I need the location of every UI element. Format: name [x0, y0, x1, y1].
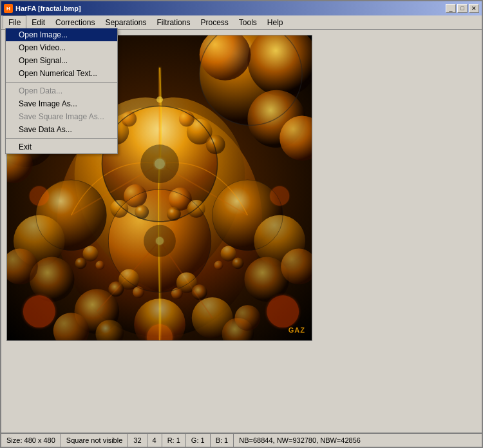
status-g: G: 1 [186, 434, 211, 447]
app-window: H HarFA [fractal.bmp] _ □ ✕ File Edit Co… [0, 0, 483, 448]
svg-point-43 [23, 295, 55, 327]
status-val1: 32 [128, 434, 147, 447]
separator-1 [6, 82, 117, 83]
menu-save-square-image-as: Save Square Image As... [6, 110, 117, 123]
svg-point-71 [221, 246, 236, 262]
watermark-text: GAZ [289, 326, 305, 334]
svg-point-34 [179, 112, 194, 127]
menu-separations[interactable]: Separations [100, 15, 151, 29]
svg-point-42 [156, 97, 163, 103]
svg-point-47 [270, 186, 289, 206]
svg-point-28 [235, 305, 261, 331]
status-visibility: Square not visible [61, 434, 128, 447]
close-button[interactable]: ✕ [469, 4, 479, 13]
file-dropdown-menu: Open Image... Open Video... Open Signal.… [5, 28, 118, 154]
window-controls: _ □ ✕ [446, 4, 479, 13]
svg-point-72 [232, 258, 244, 269]
menu-open-data: Open Data... [6, 84, 117, 97]
svg-point-33 [206, 135, 225, 154]
svg-point-68 [83, 246, 99, 262]
menu-process[interactable]: Process [195, 15, 233, 29]
menu-open-numerical-text[interactable]: Open Numerical Text... [6, 67, 117, 80]
svg-point-55 [108, 281, 124, 297]
svg-point-67 [144, 225, 176, 257]
svg-point-66 [140, 144, 179, 183]
status-size: Size: 480 x 480 [1, 434, 61, 447]
menu-open-video[interactable]: Open Video... [6, 41, 117, 54]
menu-help[interactable]: Help [262, 15, 289, 29]
menu-save-data-as[interactable]: Save Data As... [6, 123, 117, 136]
menu-save-image-as[interactable]: Save Image As... [6, 97, 117, 110]
maximize-button[interactable]: □ [457, 4, 468, 13]
svg-point-70 [95, 261, 104, 270]
menu-open-image[interactable]: Open Image... [6, 28, 117, 41]
app-icon: H [4, 4, 13, 13]
title-text: H HarFA [fractal.bmp] [4, 4, 81, 13]
menu-bar: File Edit Corrections Separations Filtra… [1, 15, 482, 30]
menu-corrections[interactable]: Corrections [50, 15, 100, 29]
menu-open-signal[interactable]: Open Signal... [6, 54, 117, 67]
window-title: HarFA [fractal.bmp] [15, 5, 81, 12]
svg-point-73 [214, 261, 223, 270]
svg-point-69 [75, 258, 87, 269]
status-b: B: 1 [211, 434, 234, 447]
menu-exit[interactable]: Exit [6, 141, 117, 153]
status-val2: 4 [147, 434, 162, 447]
menu-file[interactable]: File [3, 15, 26, 29]
status-bar: Size: 480 x 480 Square not visible 32 4 … [1, 433, 482, 447]
title-bar: H HarFA [fractal.bmp] _ □ ✕ [1, 1, 482, 15]
menu-edit[interactable]: Edit [26, 15, 50, 29]
menu-tools[interactable]: Tools [234, 15, 262, 29]
svg-point-44 [267, 295, 299, 327]
menu-filtrations[interactable]: Filtrations [151, 15, 195, 29]
status-r: R: 1 [162, 434, 186, 447]
separator-2 [6, 138, 117, 139]
svg-point-58 [192, 284, 207, 300]
status-stats: NB=68844, NW=932780, NBW=42856 [234, 434, 482, 447]
svg-point-56 [133, 286, 144, 298]
minimize-button[interactable]: _ [446, 4, 456, 13]
svg-point-46 [30, 186, 49, 206]
